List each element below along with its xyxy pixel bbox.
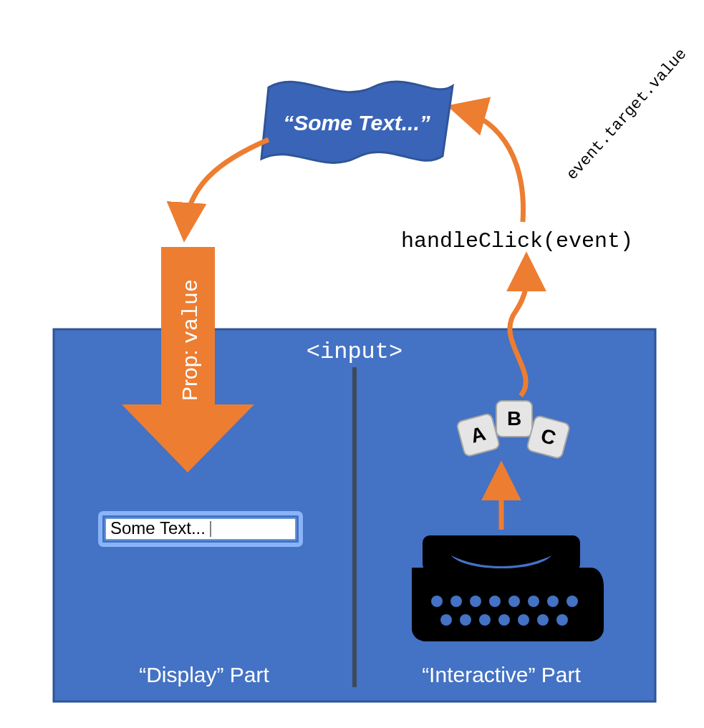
svg-point-8 xyxy=(508,596,520,607)
svg-rect-3 xyxy=(423,535,580,571)
svg-point-18 xyxy=(556,614,568,626)
svg-point-6 xyxy=(470,596,481,607)
svg-point-14 xyxy=(479,614,491,626)
svg-point-9 xyxy=(528,596,539,607)
svg-point-15 xyxy=(498,614,510,626)
state-flag: “Some Text...” xyxy=(261,82,453,162)
handler-function-label: handleClick(event) xyxy=(401,229,633,253)
svg-point-10 xyxy=(547,596,559,607)
display-input-field[interactable]: Some Text... xyxy=(100,513,301,545)
typewriter-icon xyxy=(412,535,604,641)
svg-point-16 xyxy=(518,614,529,626)
svg-point-13 xyxy=(460,614,471,626)
svg-text:B: B xyxy=(507,407,521,429)
handler-to-state-arrow xyxy=(458,109,524,222)
event-path-label: event.target.value xyxy=(564,45,691,183)
display-input-value: Some Text... xyxy=(110,518,206,538)
interactive-part-caption: “Interactive” Part xyxy=(422,663,581,686)
svg-point-7 xyxy=(489,596,501,607)
display-part-caption: “Display” Part xyxy=(139,663,269,686)
svg-point-17 xyxy=(537,614,549,626)
prop-value-arrow-label: Prop: value xyxy=(178,279,203,401)
controlled-input-diagram: <input> “Display” Part “Interactive” Par… xyxy=(0,0,704,728)
key-b: B xyxy=(496,401,532,437)
state-to-prop-arrow xyxy=(185,140,269,230)
svg-point-12 xyxy=(440,614,452,626)
svg-point-4 xyxy=(431,596,443,607)
svg-point-11 xyxy=(566,596,578,607)
input-tag-label: <input> xyxy=(307,339,402,365)
svg-point-5 xyxy=(450,596,462,607)
state-flag-text: “Some Text...” xyxy=(283,111,430,135)
